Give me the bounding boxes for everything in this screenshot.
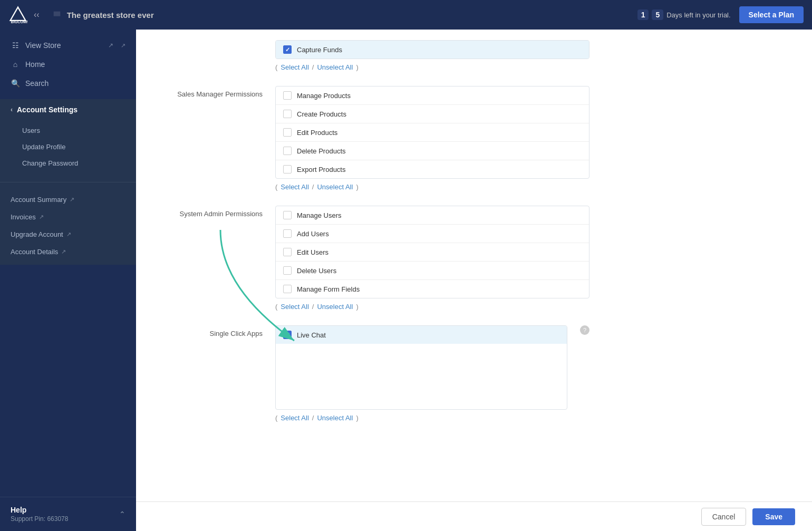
topbar: BIGCOMMERCE ‹‹ The greatest store ever 1…	[0, 0, 812, 30]
topbar-right: 1 5 Days left in your trial. Select a Pl…	[637, 6, 804, 23]
sales-manager-unselect-all[interactable]: Unselect All	[317, 183, 353, 191]
sidebar-item-upgrade-account[interactable]: Upgrade Account ↗	[0, 226, 136, 243]
external-icon-4: ↗	[61, 248, 66, 255]
checkbox-export-products[interactable]	[283, 165, 292, 173]
sidebar-item-view-store[interactable]: ☷ View Store ↗	[0, 36, 136, 55]
save-button[interactable]: Save	[752, 508, 795, 525]
chevron-icon: ‹	[11, 106, 13, 113]
perm-item-add-users: Add Users	[276, 225, 589, 243]
help-icon[interactable]: ?	[580, 325, 589, 335]
svg-marker-2	[53, 12, 60, 16]
checkbox-edit-users[interactable]	[283, 248, 292, 256]
sales-manager-row: Sales Manager Permissions Manage Product…	[157, 86, 589, 179]
sidebar-collapse-button[interactable]: ‹‹	[34, 10, 40, 20]
content-area: Capture Funds ( Select All / Unselect Al…	[136, 30, 611, 479]
perm-item-live-chat: Live Chat	[276, 326, 567, 344]
sidebar-item-account-details[interactable]: Account Details ↗	[0, 243, 136, 260]
manage-users-text: Manage Users	[297, 211, 342, 219]
manage-products-text: Manage Products	[297, 92, 351, 100]
checkbox-live-chat[interactable]	[283, 331, 292, 339]
checkbox-manage-users[interactable]	[283, 211, 292, 219]
sidebar-search-label: Search	[25, 79, 49, 88]
sidebar-nav: ☷ View Store ↗ ⌂ Home 🔍 Search	[0, 30, 136, 99]
system-admin-select-row: ( Select All / Unselect All )	[275, 303, 589, 311]
checkbox-manage-products[interactable]	[283, 91, 292, 100]
checkbox-delete-users[interactable]	[283, 266, 292, 275]
live-chat-text: Live Chat	[297, 331, 326, 339]
perm-item-manage-form-fields: Manage Form Fields	[276, 280, 589, 298]
perm-item-capture-funds: Capture Funds	[276, 41, 589, 59]
sidebar-footer: Help Support Pin: 663078 ⌃	[0, 497, 136, 531]
trial-info: 1 5 Days left in your trial.	[637, 9, 731, 20]
capture-funds-box: Capture Funds	[275, 40, 589, 59]
account-settings-header[interactable]: ‹ Account Settings	[0, 99, 136, 120]
sales-manager-select-row: ( Select All / Unselect All )	[275, 183, 589, 191]
sales-manager-select-all[interactable]: Select All	[281, 183, 308, 191]
search-icon: 🔍	[11, 79, 20, 88]
perm-item-delete-users: Delete Users	[276, 262, 589, 280]
upgrade-account-label: Upgrade Account	[11, 230, 63, 238]
export-products-text: Export Products	[297, 166, 346, 173]
home-icon: ⌂	[11, 60, 20, 69]
capture-funds-text: Capture Funds	[297, 46, 342, 54]
perm-item-export-products: Export Products	[276, 160, 589, 178]
single-click-apps-unselect-all[interactable]: Unselect All	[317, 414, 353, 422]
logo[interactable]: BIGCOMMERCE	[8, 5, 27, 24]
perm-item-edit-products: Edit Products	[276, 123, 589, 142]
capture-funds-select-all[interactable]: Select All	[281, 63, 308, 71]
svg-marker-0	[11, 7, 26, 21]
external-link-icon: ↗	[108, 42, 113, 49]
single-click-apps-box: Live Chat	[275, 325, 567, 410]
external-icon-3: ↗	[66, 231, 71, 238]
capture-funds-section: Capture Funds ( Select All / Unselect Al…	[157, 40, 589, 71]
sales-manager-section: Sales Manager Permissions Manage Product…	[157, 86, 589, 191]
system-admin-unselect-all[interactable]: Unselect All	[317, 303, 353, 311]
sidebar-account-settings-section: ‹ Account Settings Users Update Profile …	[0, 99, 136, 265]
footer-expand-icon[interactable]: ⌃	[119, 510, 125, 518]
single-click-apps-label: Single Click Apps	[157, 325, 263, 337]
checkbox-capture-funds[interactable]	[283, 45, 292, 54]
single-click-apps-row: Single Click Apps Live Chat ?	[157, 325, 589, 410]
sidebar-external-group: Account Summary ↗ Invoices ↗ Upgrade Acc…	[0, 187, 136, 265]
trial-label: Days left in your trial.	[666, 11, 730, 19]
checkbox-edit-products[interactable]	[283, 128, 292, 137]
capture-funds-unselect-all[interactable]: Unselect All	[317, 63, 353, 71]
delete-products-text: Delete Products	[297, 147, 346, 155]
single-click-apps-section: Single Click Apps Live Chat ? ( Select A…	[157, 325, 589, 422]
sidebar-item-update-profile[interactable]: Update Profile	[0, 139, 136, 155]
cancel-button[interactable]: Cancel	[701, 508, 747, 526]
system-admin-section: System Admin Permissions Manage Users Ad…	[157, 206, 589, 311]
support-pin: Support Pin: 663078	[11, 515, 68, 523]
bottom-bar: Cancel Save	[136, 501, 812, 531]
sidebar-home-label: Home	[25, 60, 45, 69]
main-content: Capture Funds ( Select All / Unselect Al…	[136, 30, 812, 531]
account-settings-subitems: Users Update Profile Change Password	[0, 120, 136, 178]
sidebar-item-invoices[interactable]: Invoices ↗	[0, 208, 136, 226]
select-plan-button[interactable]: Select a Plan	[739, 6, 804, 23]
checkbox-add-users[interactable]	[283, 229, 292, 238]
single-click-apps-select-all[interactable]: Select All	[281, 414, 308, 422]
help-label: Help	[11, 506, 68, 514]
trial-day-2: 5	[652, 9, 663, 20]
sidebar-item-home[interactable]: ⌂ Home	[0, 55, 136, 74]
capture-funds-select-row: ( Select All / Unselect All )	[275, 63, 589, 71]
store-name: The greatest store ever	[40, 10, 637, 20]
add-users-text: Add Users	[297, 230, 329, 238]
checkbox-delete-products[interactable]	[283, 147, 292, 155]
checkbox-manage-form-fields[interactable]	[283, 285, 292, 293]
system-admin-label: System Admin Permissions	[157, 206, 263, 218]
sidebar-view-store-label: View Store	[25, 41, 61, 50]
sidebar-item-users[interactable]: Users	[0, 122, 136, 139]
trial-day-1: 1	[637, 9, 649, 20]
system-admin-select-all[interactable]: Select All	[281, 303, 308, 311]
perm-item-manage-products: Manage Products	[276, 86, 589, 105]
sidebar-item-search[interactable]: 🔍 Search	[0, 74, 136, 93]
account-summary-label: Account Summary	[11, 196, 66, 204]
perm-item-manage-users: Manage Users	[276, 206, 589, 225]
invoices-label: Invoices	[11, 213, 36, 221]
sidebar-item-account-summary[interactable]: Account Summary ↗	[0, 191, 136, 208]
external-icon-2: ↗	[39, 214, 44, 220]
checkbox-create-products[interactable]	[283, 110, 292, 118]
delete-users-text: Delete Users	[297, 267, 336, 275]
sidebar-item-change-password[interactable]: Change Password	[0, 155, 136, 171]
